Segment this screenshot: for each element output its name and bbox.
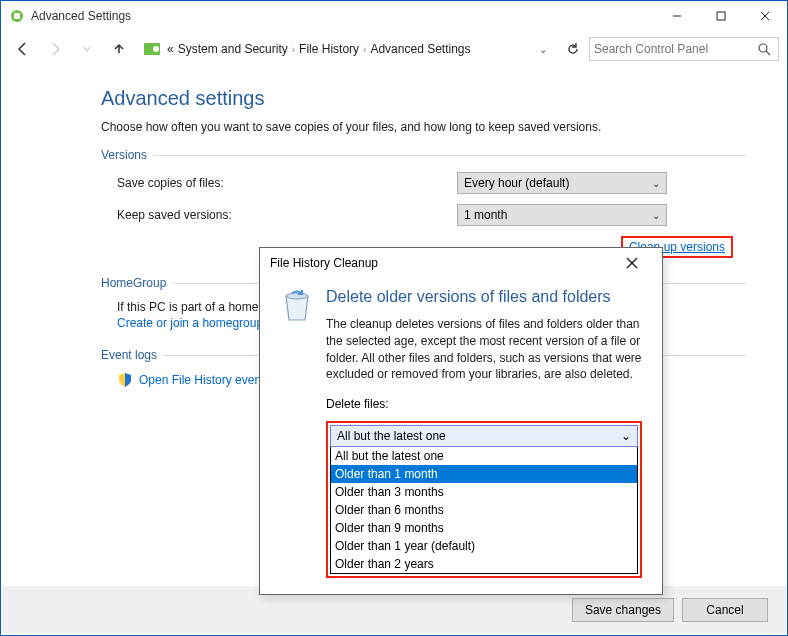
- recycle-bin-icon: [280, 286, 314, 324]
- chevron-down-icon: ⌄: [621, 429, 631, 443]
- homegroup-legend: HomeGroup: [101, 276, 172, 290]
- dropdown-option[interactable]: Older than 9 months: [331, 519, 637, 537]
- svg-point-8: [759, 44, 767, 52]
- delete-files-selected: All but the latest one: [337, 429, 446, 443]
- chevron-down-icon: ⌄: [652, 178, 660, 189]
- save-changes-button[interactable]: Save changes: [572, 598, 674, 622]
- dropdown-option[interactable]: Older than 3 months: [331, 483, 637, 501]
- crumb-prefix: «: [167, 42, 174, 56]
- window-title: Advanced Settings: [31, 9, 131, 23]
- dialog-description: The cleanup deletes versions of files an…: [326, 316, 642, 383]
- delete-files-select[interactable]: All but the latest one ⌄: [330, 425, 638, 447]
- cancel-button[interactable]: Cancel: [682, 598, 768, 622]
- shield-icon: [117, 372, 133, 388]
- delete-files-dropdown: All but the latest oneOlder than 1 month…: [330, 447, 638, 574]
- svg-rect-3: [717, 12, 725, 20]
- keep-versions-value: 1 month: [464, 208, 507, 222]
- svg-point-7: [153, 46, 159, 52]
- crumb-item[interactable]: File History: [299, 42, 359, 56]
- control-panel-icon: [143, 40, 161, 58]
- up-button[interactable]: [105, 35, 133, 63]
- dropdown-option[interactable]: Older than 1 year (default): [331, 537, 637, 555]
- crumb-item[interactable]: Advanced Settings: [370, 42, 470, 56]
- dialog-heading: Delete older versions of files and folde…: [326, 288, 642, 306]
- page-title: Advanced settings: [101, 87, 747, 110]
- dropdown-option[interactable]: Older than 6 months: [331, 501, 637, 519]
- navbar: « System and Security › File History › A…: [1, 31, 787, 67]
- chevron-down-icon: ⌄: [652, 210, 660, 221]
- chevron-right-icon: ›: [363, 44, 366, 55]
- delete-files-combo-highlight: All but the latest one ⌄ All but the lat…: [326, 421, 642, 578]
- save-copies-label: Save copies of files:: [117, 176, 457, 190]
- chevron-right-icon: ›: [292, 44, 295, 55]
- search-icon[interactable]: [758, 43, 774, 56]
- dialog-title: File History Cleanup: [270, 256, 378, 270]
- svg-point-12: [286, 293, 308, 299]
- titlebar: Advanced Settings: [1, 1, 787, 31]
- crumb-item[interactable]: System and Security: [178, 42, 288, 56]
- dialog-close-button[interactable]: [612, 249, 652, 277]
- page-subtitle: Choose how often you want to save copies…: [101, 120, 747, 134]
- svg-line-9: [766, 51, 770, 55]
- dialog-titlebar: File History Cleanup: [260, 248, 662, 278]
- back-button[interactable]: [9, 35, 37, 63]
- forward-button[interactable]: [41, 35, 69, 63]
- address-bar[interactable]: « System and Security › File History › A…: [143, 37, 551, 61]
- app-icon: [9, 8, 25, 24]
- maximize-button[interactable]: [699, 1, 743, 31]
- address-dropdown[interactable]: ⌄: [535, 44, 551, 55]
- refresh-button[interactable]: [561, 37, 585, 61]
- minimize-button[interactable]: [655, 1, 699, 31]
- search-input[interactable]: [594, 42, 758, 56]
- dropdown-option[interactable]: Older than 1 month: [331, 465, 637, 483]
- svg-rect-1: [14, 13, 20, 19]
- versions-legend: Versions: [101, 148, 153, 162]
- keep-versions-select[interactable]: 1 month ⌄: [457, 204, 667, 226]
- delete-files-label: Delete files:: [326, 397, 642, 411]
- search-box[interactable]: [589, 37, 779, 61]
- recent-dropdown[interactable]: [73, 35, 101, 63]
- keep-versions-label: Keep saved versions:: [117, 208, 457, 222]
- save-copies-select[interactable]: Every hour (default) ⌄: [457, 172, 667, 194]
- breadcrumb[interactable]: « System and Security › File History › A…: [167, 42, 535, 56]
- dropdown-option[interactable]: Older than 2 years: [331, 555, 637, 573]
- dropdown-option[interactable]: All but the latest one: [331, 447, 637, 465]
- close-button[interactable]: [743, 1, 787, 31]
- eventlogs-legend: Event logs: [101, 348, 163, 362]
- cleanup-dialog: File History Cleanup Delete older versio…: [259, 247, 663, 595]
- save-copies-value: Every hour (default): [464, 176, 569, 190]
